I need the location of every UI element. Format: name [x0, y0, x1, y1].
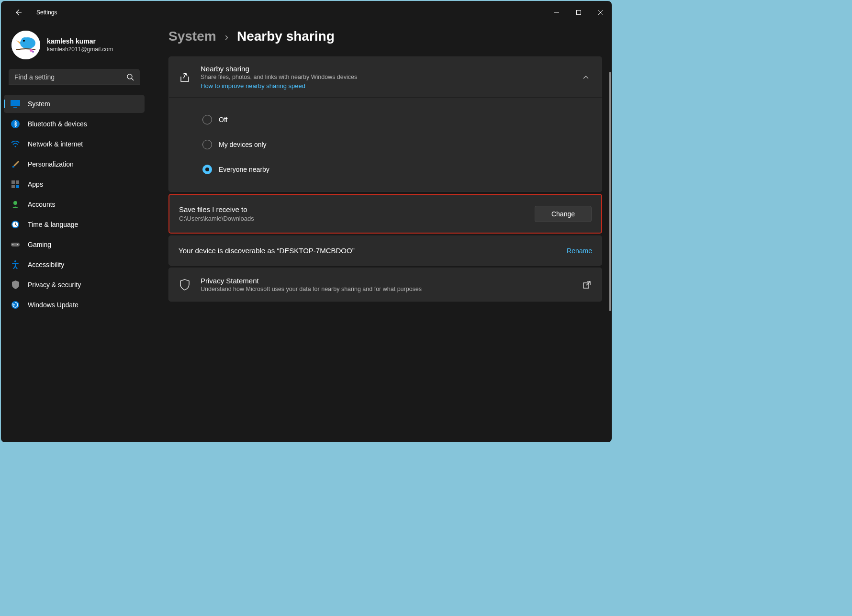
svg-point-29 — [14, 260, 16, 262]
svg-rect-18 — [16, 180, 19, 184]
sidebar-item-label: Apps — [28, 180, 43, 188]
profile-name: kamlesh kumar — [47, 37, 113, 45]
search-button[interactable] — [124, 71, 136, 83]
update-icon — [11, 300, 20, 310]
sidebar-item-label: Bluetooth & devices — [28, 120, 87, 128]
chevron-right-icon: › — [225, 31, 228, 44]
radio-icon — [202, 140, 212, 149]
maximize-icon — [576, 10, 581, 15]
sidebar-item-label: Windows Update — [28, 301, 78, 309]
svg-point-9 — [32, 51, 34, 53]
radio-everyone[interactable]: Everyone nearby — [202, 157, 592, 182]
back-button[interactable] — [9, 3, 28, 22]
window-title: Settings — [36, 9, 57, 16]
discoverable-text: Your device is discoverable as “DESKTOP-… — [179, 246, 567, 255]
breadcrumb-parent[interactable]: System — [168, 29, 216, 44]
sidebar-item-label: Accessibility — [28, 261, 64, 269]
brush-icon — [11, 159, 20, 169]
person-icon — [11, 200, 20, 209]
shield-outline-icon — [179, 279, 191, 291]
svg-point-21 — [13, 201, 17, 205]
radio-label: My devices only — [219, 141, 267, 148]
clock-icon — [11, 220, 20, 229]
privacy-card[interactable]: Privacy Statement Understand how Microso… — [168, 268, 602, 302]
close-button[interactable] — [590, 3, 612, 22]
sidebar: kamlesh kumar kamlesh2011@gmail.com Syst… — [1, 24, 149, 442]
scrollbar[interactable] — [609, 72, 611, 311]
maximize-button[interactable] — [568, 3, 590, 22]
sidebar-item-personalization[interactable]: Personalization — [4, 155, 145, 173]
nearby-sharing-card: Nearby sharing Share files, photos, and … — [168, 56, 602, 192]
sidebar-item-update[interactable]: Windows Update — [4, 296, 145, 314]
svg-rect-20 — [16, 185, 19, 188]
titlebar: Settings — [1, 1, 612, 24]
sidebar-item-accessibility[interactable]: Accessibility — [4, 256, 145, 274]
arrow-left-icon — [14, 9, 22, 16]
improve-speed-link[interactable]: How to improve nearby sharing speed — [201, 82, 570, 90]
privacy-title: Privacy Statement — [201, 277, 572, 285]
sidebar-item-privacy[interactable]: Privacy & security — [4, 276, 145, 294]
svg-point-28 — [17, 244, 18, 245]
sidebar-item-label: Privacy & security — [28, 281, 81, 289]
sidebar-item-network[interactable]: Network & internet — [4, 135, 145, 153]
svg-point-6 — [21, 37, 29, 45]
window-controls — [546, 3, 612, 22]
card-subtitle: Share files, photos, and links with near… — [201, 74, 570, 80]
gamepad-icon — [11, 240, 20, 249]
search-input[interactable] — [9, 69, 140, 85]
avatar — [11, 31, 40, 59]
shield-icon — [11, 280, 20, 290]
save-location-card: Save files I receive to C:\Users\kamle\D… — [168, 194, 602, 234]
minimize-button[interactable] — [546, 3, 568, 22]
sidebar-item-label: Gaming — [28, 241, 51, 248]
change-button[interactable]: Change — [535, 206, 592, 222]
svg-rect-26 — [11, 243, 20, 246]
svg-rect-12 — [11, 100, 20, 106]
radio-my-devices[interactable]: My devices only — [202, 132, 592, 157]
save-path: C:\Users\kamle\Downloads — [179, 215, 535, 222]
bluetooth-icon — [11, 119, 20, 129]
rename-link[interactable]: Rename — [567, 247, 592, 255]
chevron-up-icon — [580, 75, 592, 79]
wifi-icon — [11, 139, 20, 149]
accessibility-icon — [11, 260, 20, 269]
sidebar-item-gaming[interactable]: Gaming — [4, 235, 145, 254]
profile-block[interactable]: kamlesh kumar kamlesh2011@gmail.com — [4, 24, 145, 69]
sidebar-item-bluetooth[interactable]: Bluetooth & devices — [4, 115, 145, 133]
sidebar-item-system[interactable]: System — [4, 95, 145, 113]
sharing-radio-group: Off My devices only Everyone nearby — [169, 97, 602, 191]
sidebar-item-label: System — [28, 100, 50, 108]
apps-icon — [11, 179, 20, 189]
radio-icon — [202, 165, 212, 174]
radio-off[interactable]: Off — [202, 107, 592, 132]
svg-rect-13 — [13, 107, 17, 108]
discoverable-card: Your device is discoverable as “DESKTOP-… — [168, 235, 602, 266]
close-icon — [598, 10, 603, 15]
external-link-icon — [582, 281, 592, 289]
minimize-icon — [554, 10, 559, 15]
radio-label: Everyone nearby — [219, 166, 269, 173]
svg-point-7 — [23, 40, 25, 42]
settings-window: Settings — [1, 1, 612, 442]
svg-point-10 — [127, 74, 132, 79]
svg-rect-16 — [12, 166, 14, 168]
sidebar-item-accounts[interactable]: Accounts — [4, 195, 145, 213]
sidebar-item-apps[interactable]: Apps — [4, 175, 145, 193]
system-icon — [11, 99, 20, 109]
profile-email: kamlesh2011@gmail.com — [47, 46, 113, 53]
sidebar-item-time[interactable]: Time & language — [4, 215, 145, 234]
svg-point-8 — [30, 49, 33, 52]
svg-point-15 — [15, 146, 16, 147]
save-title: Save files I receive to — [179, 205, 535, 213]
svg-rect-1 — [577, 11, 581, 15]
svg-point-27 — [12, 244, 13, 245]
share-icon — [179, 71, 191, 83]
sidebar-item-label: Time & language — [28, 221, 78, 228]
svg-rect-19 — [11, 185, 15, 188]
breadcrumb: System › Nearby sharing — [168, 29, 602, 44]
sidebar-item-label: Network & internet — [28, 140, 83, 148]
content-area: System › Nearby sharing Nearby sharing S… — [149, 24, 612, 302]
nearby-sharing-header[interactable]: Nearby sharing Share files, photos, and … — [169, 57, 602, 97]
search-wrap — [9, 69, 140, 85]
svg-rect-17 — [11, 180, 15, 184]
